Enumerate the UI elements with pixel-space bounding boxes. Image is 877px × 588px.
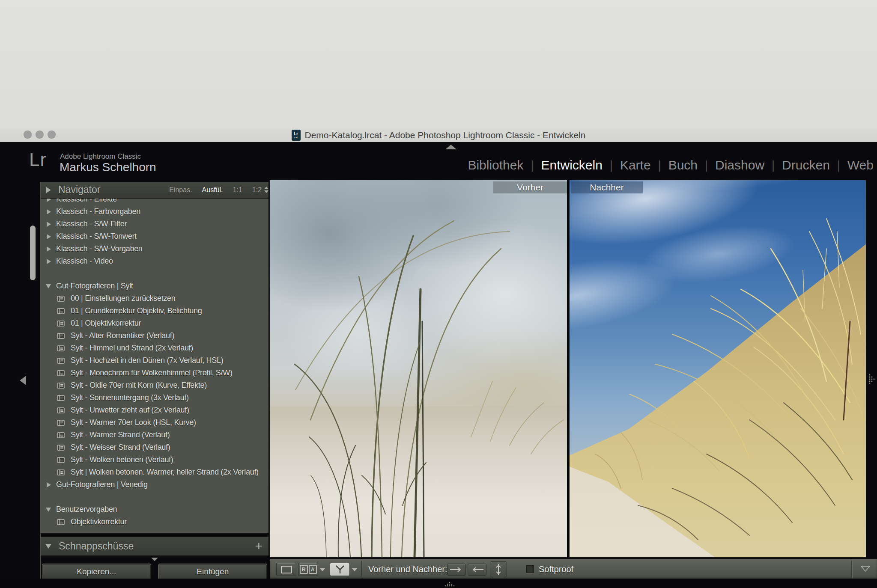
collapse-triangle-icon[interactable]: [46, 284, 51, 288]
navigator-zoom-options: Einpas.Ausfül.1:11:2: [169, 186, 267, 194]
navigator-header[interactable]: Navigator Einpas.Ausfül.1:11:2: [41, 182, 268, 199]
expand-triangle-icon[interactable]: [46, 187, 51, 193]
preset-icon: [57, 296, 65, 302]
preset-icon: [57, 469, 65, 475]
module-tab-karte[interactable]: Karte: [620, 158, 651, 172]
expand-triangle-icon[interactable]: [47, 234, 51, 239]
row-label: 00 | Einstellungen zurücksetzen: [71, 294, 176, 303]
app-name: Adobe Lightroom Classic: [60, 152, 141, 161]
zoom-stepper[interactable]: [264, 187, 268, 193]
preset-row[interactable]: Sylt - Alter Romantiker (Verlauf): [41, 330, 268, 342]
before-after-caret-icon[interactable]: [352, 568, 357, 571]
preset-icon: [57, 308, 65, 314]
module-separator: |: [705, 159, 708, 172]
expand-triangle-icon[interactable]: [47, 222, 51, 227]
preset-row[interactable]: Sylt - Wolken betonen (Verlauf): [41, 454, 268, 466]
navigator-zoom-option[interactable]: 1:2: [252, 186, 262, 194]
preset-group-row[interactable]: Klassisch - Video: [41, 255, 268, 267]
preset-group-row[interactable]: Gut-Fotografieren | Venedig: [41, 478, 268, 491]
preset-row[interactable]: 01 | Grundkorrektur Objektiv, Belichtung: [41, 305, 268, 317]
left-panel-collapse-icon[interactable]: [20, 376, 26, 385]
navigator-zoom-option[interactable]: Ausfül.: [202, 186, 223, 194]
copy-paste-bar: Kopieren... Einfügen: [41, 561, 268, 579]
preset-row[interactable]: Sylt | Wolken betonen. Warmer, heller St…: [41, 466, 268, 478]
expand-triangle-icon[interactable]: [47, 482, 51, 487]
preset-row[interactable]: Sylt - Warmer Strand (Verlauf): [41, 429, 268, 441]
preset-group-row[interactable]: Klassisch - S/W-Tonwert: [41, 230, 268, 243]
module-tab-web[interactable]: Web: [847, 158, 874, 172]
preset-row[interactable]: Sylt - Oldie 70er mit Korn (Kurve, Effek…: [41, 379, 268, 392]
arrow-left-icon: [471, 567, 483, 572]
left-panel-scrollbar[interactable]: [30, 226, 36, 280]
navigator-zoom-option[interactable]: Einpas.: [169, 186, 192, 194]
snapshots-title: Schnappschüsse: [59, 540, 134, 552]
bottom-strip: [0, 579, 877, 588]
navigator-zoom-option[interactable]: 1:1: [233, 186, 242, 194]
preset-list-spacer: [41, 267, 268, 280]
expand-triangle-icon[interactable]: [47, 199, 51, 202]
lrcat-file-icon: Lr cat: [292, 130, 301, 141]
toolbar-options-icon[interactable]: [861, 566, 870, 572]
preset-icon: [57, 457, 65, 463]
expand-triangle-icon[interactable]: [47, 246, 51, 252]
right-panel-reveal-icon[interactable]: [868, 373, 875, 384]
navigator-title: Navigator: [58, 184, 100, 196]
preset-group-row[interactable]: Benutzervorgaben: [41, 503, 268, 516]
module-tab-diashow[interactable]: Diashow: [715, 158, 764, 172]
reference-view-caret-icon[interactable]: [320, 568, 325, 571]
before-after-view-button[interactable]: [330, 563, 350, 576]
preset-row[interactable]: Sylt - Unwetter zieht auf (2x Verlauf): [41, 404, 268, 416]
preset-row[interactable]: 00 | Einstellungen zurücksetzen: [41, 292, 268, 305]
bottom-panel-reveal-icon[interactable]: [444, 581, 456, 587]
copy-before-to-after-button[interactable]: [447, 564, 466, 576]
before-image-canvas[interactable]: Vorher: [270, 180, 567, 557]
preset-row[interactable]: Sylt - Weisser Strand (Verlauf): [41, 441, 268, 454]
toolbar-separator: [361, 561, 362, 578]
panel-scroll-down-icon[interactable]: [151, 558, 158, 561]
module-tab-entwickeln[interactable]: Entwickeln: [541, 158, 602, 172]
stepper-up-icon[interactable]: [264, 187, 268, 189]
after-image-canvas[interactable]: Nachher: [570, 180, 866, 557]
copy-button[interactable]: Kopieren...: [42, 564, 151, 579]
preset-icon: [57, 407, 65, 413]
preset-group-row[interactable]: Klassisch - S/W-Filter: [41, 218, 268, 230]
row-label: Sylt - Warmer Strand (Verlauf): [71, 431, 170, 440]
preset-group-row[interactable]: Klassisch - Farbvorgaben: [41, 205, 268, 218]
preset-group-row[interactable]: Klassisch - Effekte: [41, 199, 268, 205]
preset-row[interactable]: Sylt - Himmel und Strand (2x Verlauf): [41, 342, 268, 354]
module-tab-bibliothek[interactable]: Bibliothek: [468, 158, 523, 172]
expand-triangle-icon[interactable]: [47, 259, 51, 264]
add-snapshot-button[interactable]: +: [255, 540, 268, 552]
collapse-triangle-icon[interactable]: [45, 544, 51, 549]
collapse-triangle-icon[interactable]: [46, 508, 51, 512]
softproof-checkbox[interactable]: [526, 565, 534, 573]
after-label: Nachher: [571, 181, 643, 193]
preset-row[interactable]: Sylt - Monochrom für Wolkenhimmel (Profi…: [41, 367, 268, 379]
window-title-bar[interactable]: Lr cat Demo-Katalog.lrcat - Adobe Photos…: [0, 128, 877, 143]
preset-list-rows: Klassisch - EffekteKlassisch - Farbvorga…: [41, 199, 268, 528]
preset-row[interactable]: Sylt - Sonnenuntergang (3x Verlauf): [41, 392, 268, 404]
swap-before-after-button[interactable]: [490, 561, 507, 577]
loupe-icon: [281, 566, 292, 573]
preset-row[interactable]: Objektivkorrektur: [41, 516, 268, 528]
expand-triangle-icon[interactable]: [47, 209, 51, 214]
preset-row[interactable]: Sylt - Hochzeit in den Dünen (7x Verlauf…: [41, 354, 268, 367]
paste-button[interactable]: Einfügen: [158, 564, 268, 579]
softproof-label[interactable]: Softproof: [539, 559, 573, 579]
preset-group-row[interactable]: Klassisch - S/W-Vorgaben: [41, 243, 268, 255]
snapshots-header[interactable]: Schnappschüsse +: [41, 537, 268, 556]
preset-row[interactable]: 01 | Objektivkorrektur: [41, 317, 268, 330]
loupe-view-button[interactable]: [276, 563, 296, 576]
copy-after-to-before-button[interactable]: [468, 564, 486, 576]
stepper-down-icon[interactable]: [264, 190, 268, 193]
before-label: Vorher: [493, 181, 567, 193]
after-grass-art: [570, 180, 866, 557]
module-tab-drucken[interactable]: Drucken: [782, 158, 830, 172]
reference-view-button[interactable]: RA: [298, 563, 318, 576]
module-tab-buch[interactable]: Buch: [668, 158, 698, 172]
preset-row[interactable]: Sylt - Warmer 70er Look (HSL, Kurve): [41, 416, 268, 429]
top-panel-reveal-icon[interactable]: [445, 145, 456, 149]
row-label: Sylt - Warmer 70er Look (HSL, Kurve): [71, 418, 196, 427]
row-label: 01 | Objektivkorrektur: [71, 319, 141, 328]
preset-group-row[interactable]: Gut-Fotografieren | Sylt: [41, 280, 268, 292]
